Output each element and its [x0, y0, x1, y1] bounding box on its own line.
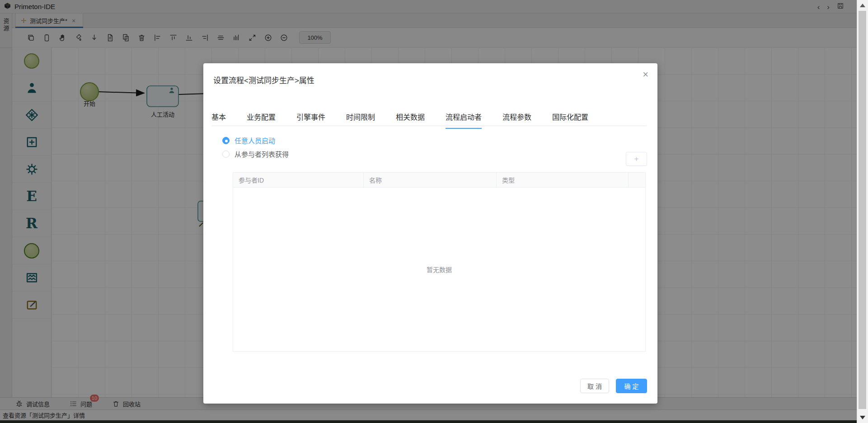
process-properties-dialog: 设置流程<测试同步生产>属性 × 基本业务配置引擎事件时间限制相关数据流程启动者… — [203, 63, 657, 404]
table-column-header: 名称 — [364, 173, 497, 187]
dialog-tab-7[interactable]: 流程参数 — [502, 109, 531, 128]
table-empty-text: 暂无数据 — [427, 265, 452, 274]
dialog-tab-8[interactable]: 国际化配置 — [552, 109, 588, 128]
dialog-tab-6[interactable]: 流程启动者 — [446, 109, 482, 128]
dialog-title: 设置流程<测试同步生产>属性 — [213, 74, 314, 85]
table-body: 暂无数据 — [233, 188, 645, 351]
dialog-tab-5[interactable]: 相关数据 — [396, 109, 425, 128]
dialog-tabs: 基本业务配置引擎事件时间限制相关数据流程启动者流程参数国际化配置 — [211, 109, 647, 126]
radio-label: 从参与者列表获得 — [235, 149, 289, 159]
dialog-tab-2[interactable]: 业务配置 — [247, 109, 276, 128]
cancel-button[interactable]: 取 消 — [580, 379, 609, 393]
radio-icon[interactable] — [222, 150, 230, 158]
dialog-tab-1[interactable]: 基本 — [211, 109, 226, 128]
radio-option-2[interactable]: 从参与者列表获得 — [222, 149, 289, 159]
radio-label: 任意人员启动 — [235, 136, 275, 145]
table-header-row: 参与者ID名称类型 — [233, 173, 645, 188]
participants-table: 参与者ID名称类型 暂无数据 — [233, 172, 646, 352]
table-column-header-empty — [629, 173, 645, 187]
dialog-tab-3[interactable]: 引擎事件 — [296, 109, 325, 128]
dialog-close-icon[interactable]: × — [643, 70, 648, 80]
table-column-header: 类型 — [497, 173, 629, 187]
scrollbar-down-icon[interactable] — [860, 416, 865, 419]
scrollbar-thumb[interactable] — [859, 11, 866, 409]
radio-icon[interactable] — [222, 137, 230, 144]
table-column-header: 参与者ID — [233, 173, 364, 187]
scrollbar-up-icon[interactable] — [860, 4, 865, 7]
vertical-scrollbar[interactable] — [857, 0, 868, 423]
dialog-footer: 取 消 确 定 — [580, 379, 647, 393]
add-participant-button[interactable]: + — [626, 152, 647, 166]
radio-option-1[interactable]: 任意人员启动 — [222, 136, 289, 145]
dialog-tab-4[interactable]: 时间限制 — [346, 109, 375, 128]
application-window: Primeton-IDE ‹ › 资源 — [0, 0, 868, 423]
confirm-button[interactable]: 确 定 — [616, 379, 647, 393]
starter-radio-group: 任意人员启动从参与者列表获得 — [222, 136, 289, 159]
